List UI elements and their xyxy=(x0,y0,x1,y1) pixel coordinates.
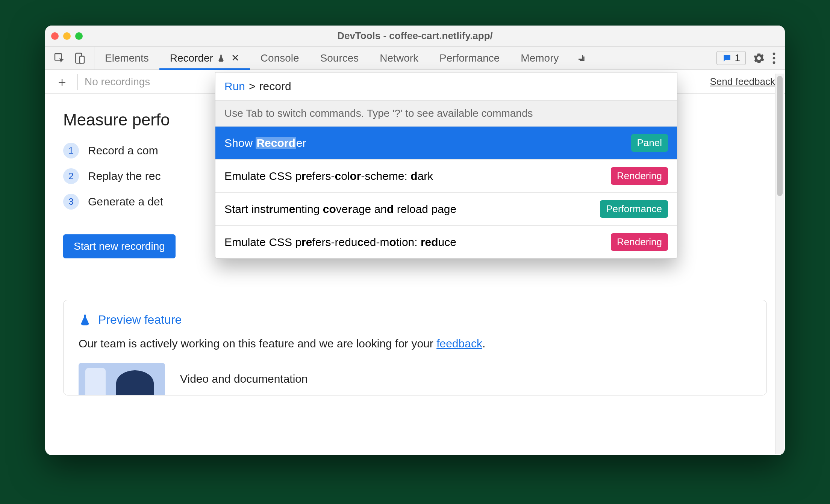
media-title: Video and documentation xyxy=(180,373,308,385)
tab-performance[interactable]: Performance xyxy=(429,47,510,69)
tab-sources[interactable]: Sources xyxy=(310,47,370,69)
preview-feature-body: Our team is actively working on this fea… xyxy=(79,337,751,350)
vertical-scrollbar[interactable] xyxy=(775,74,784,454)
more-options-icon[interactable] xyxy=(772,53,776,64)
divider xyxy=(77,74,78,90)
messages-button[interactable]: 1 xyxy=(716,51,746,65)
command-hint: Use Tab to switch commands. Type '?' to … xyxy=(215,101,677,127)
scroll-thumb[interactable] xyxy=(777,76,783,196)
recordings-dropdown[interactable]: No recordings xyxy=(85,76,150,88)
video-thumbnail[interactable] xyxy=(79,363,165,395)
svg-point-4 xyxy=(773,57,775,59)
command-item-label: Start instrumenting coverage and reload … xyxy=(224,203,456,216)
command-item[interactable]: Start instrumenting coverage and reload … xyxy=(215,193,677,226)
window-title: DevTools - coffee-cart.netlify.app/ xyxy=(45,30,785,42)
preview-feature-title: Preview feature xyxy=(98,313,182,327)
command-item-badge: Rendering xyxy=(611,167,668,185)
command-caret: > xyxy=(249,80,256,93)
tab-network[interactable]: Network xyxy=(369,47,429,69)
tab-elements[interactable]: Elements xyxy=(94,47,159,69)
start-new-recording-button[interactable]: Start new recording xyxy=(63,234,176,258)
step-number: 2 xyxy=(63,168,79,184)
flask-icon xyxy=(79,314,91,326)
step-number: 1 xyxy=(63,143,79,158)
command-item[interactable]: Show RecorderPanel xyxy=(215,127,677,160)
zoom-window-button[interactable] xyxy=(75,32,83,40)
step-text: Replay the rec xyxy=(88,170,161,183)
feedback-link[interactable]: feedback xyxy=(436,337,482,350)
new-recording-button[interactable]: ＋ xyxy=(53,73,71,91)
command-item[interactable]: Emulate CSS prefers-color-scheme: darkRe… xyxy=(215,160,677,193)
command-prefix: Run xyxy=(224,80,245,93)
close-tab-icon[interactable]: ✕ xyxy=(229,52,239,64)
message-icon xyxy=(722,53,732,63)
tab-console[interactable]: Console xyxy=(250,47,310,69)
inspect-element-icon[interactable] xyxy=(53,52,65,64)
svg-rect-2 xyxy=(80,56,84,63)
titlebar: DevTools - coffee-cart.netlify.app/ xyxy=(45,26,785,47)
command-item-badge: Panel xyxy=(631,134,668,152)
preview-feature-card: Preview feature Our team is actively wor… xyxy=(63,300,767,395)
command-menu: Run > Use Tab to switch commands. Type '… xyxy=(215,72,677,259)
command-item-label: Emulate CSS prefers-color-scheme: dark xyxy=(224,170,433,183)
device-toolbar-icon[interactable] xyxy=(74,52,86,64)
svg-point-3 xyxy=(773,53,775,55)
command-item-badge: Rendering xyxy=(611,233,668,251)
close-window-button[interactable] xyxy=(51,32,59,40)
experiment-icon xyxy=(217,54,225,62)
tab-recorder[interactable]: Recorder ✕ xyxy=(159,47,250,69)
more-tabs-button[interactable] xyxy=(569,47,594,69)
messages-count: 1 xyxy=(735,52,740,64)
tab-memory[interactable]: Memory xyxy=(510,47,569,69)
step-number: 3 xyxy=(63,194,79,210)
command-item-label: Emulate CSS prefers-reduced-motion: redu… xyxy=(224,236,456,249)
step-text: Record a com xyxy=(88,144,158,157)
command-input-row[interactable]: Run > xyxy=(215,72,677,101)
panel-tabstrip: Elements Recorder ✕ Console Sources Netw… xyxy=(45,47,785,70)
command-item-label: Show Recorder xyxy=(224,137,306,149)
minimize-window-button[interactable] xyxy=(63,32,71,40)
devtools-window: DevTools - coffee-cart.netlify.app/ Elem… xyxy=(45,26,785,455)
svg-point-5 xyxy=(773,61,775,64)
send-feedback-link[interactable]: Send feedback xyxy=(710,76,775,88)
command-item-badge: Performance xyxy=(600,200,668,218)
window-controls xyxy=(51,32,83,40)
step-text: Generate a det xyxy=(88,195,163,208)
command-item[interactable]: Emulate CSS prefers-reduced-motion: redu… xyxy=(215,226,677,258)
settings-icon[interactable] xyxy=(753,53,765,64)
command-input[interactable] xyxy=(259,80,668,93)
